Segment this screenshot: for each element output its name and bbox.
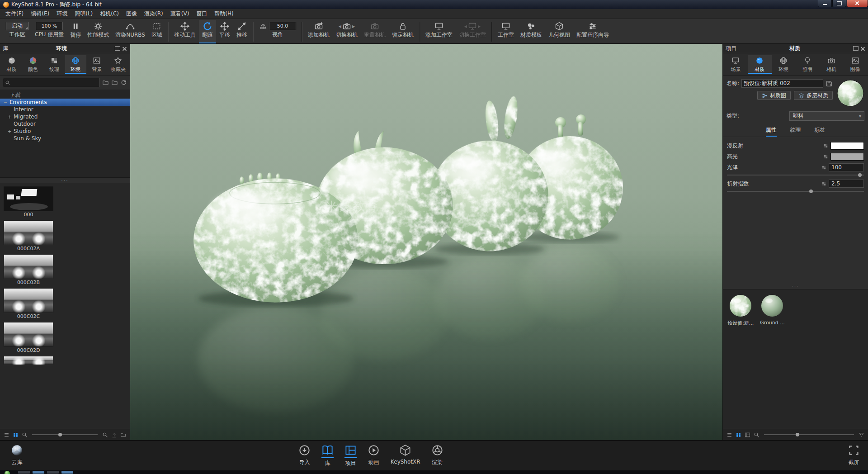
tab-textures[interactable]: 纹理 xyxy=(43,55,65,74)
panel-splitter[interactable]: ··· xyxy=(723,284,868,289)
tree-item-downloads[interactable]: 下载 xyxy=(0,91,130,99)
tab-scene[interactable]: 场景 xyxy=(724,55,748,74)
tab-labels[interactable]: 标签 xyxy=(815,126,826,137)
env-thumb-000C02B[interactable]: 000C02B xyxy=(4,254,53,286)
tab-properties[interactable]: 属性 xyxy=(766,126,777,137)
gloss-slider[interactable] xyxy=(727,173,864,177)
start-button[interactable]: 启动 xyxy=(6,22,28,30)
dock-library[interactable]: 库 xyxy=(321,444,334,467)
tree-item-outdoor[interactable]: Outdoor xyxy=(0,120,130,128)
slider-handle[interactable] xyxy=(58,433,62,436)
dock-import[interactable]: 导入 xyxy=(298,444,311,467)
title-bar[interactable]: KeyShot 8.1 Pro - 陶瓷.bip - 64 bit xyxy=(0,0,868,9)
env-thumb-000C02C[interactable]: 000C02C xyxy=(4,288,53,320)
folder-icon[interactable] xyxy=(111,79,118,86)
pan-button[interactable]: 平移 xyxy=(216,20,233,43)
pause-button[interactable]: 暂停 xyxy=(67,20,84,43)
env-thumb-000C02A[interactable]: 000C02A xyxy=(4,220,53,252)
list-view-icon[interactable] xyxy=(4,432,9,438)
scene-material-item[interactable]: 预设值:新... xyxy=(727,294,754,327)
taskbar-button[interactable] xyxy=(61,471,73,474)
gloss-value[interactable]: 100 xyxy=(829,163,864,171)
menu-environment[interactable]: 环境 xyxy=(53,9,71,19)
add-camera-button[interactable]: 添加相机 xyxy=(305,20,333,43)
zoom-icon[interactable] xyxy=(754,432,760,438)
dock-keyshotxr[interactable]: KeyShotXR xyxy=(391,444,420,467)
refraction-index-value[interactable]: 2.5 xyxy=(829,180,864,188)
dolly-button[interactable]: 推移 xyxy=(233,20,250,43)
dock-project[interactable]: 项目 xyxy=(344,444,357,467)
close-button[interactable] xyxy=(847,0,868,7)
slider-handle[interactable] xyxy=(809,190,813,193)
import-folder-icon[interactable] xyxy=(102,79,109,86)
tree-item-studio[interactable]: + Studio xyxy=(0,128,130,135)
texture-map-icon[interactable] xyxy=(821,181,826,186)
specular-color-swatch[interactable] xyxy=(830,153,864,161)
texture-map-icon[interactable] xyxy=(823,143,828,148)
panel-splitter[interactable]: ··· xyxy=(0,178,130,183)
taskbar-button[interactable] xyxy=(33,471,44,474)
tab-image[interactable]: 图像 xyxy=(843,55,867,74)
performance-mode-button[interactable]: 性能模式 xyxy=(84,20,112,43)
texture-map-icon[interactable] xyxy=(823,154,828,159)
region-button[interactable]: 区域 xyxy=(148,20,165,43)
search-input[interactable] xyxy=(12,79,98,86)
library-panel-header[interactable]: 库 环境 xyxy=(0,44,130,53)
env-thumb-000[interactable]: 000 xyxy=(4,186,53,218)
small-grid-view-icon[interactable] xyxy=(745,432,750,438)
texture-map-icon[interactable] xyxy=(821,165,826,170)
tab-lighting[interactable]: 照明 xyxy=(795,55,819,74)
thumbnail-size-slider[interactable] xyxy=(32,434,98,435)
search-box[interactable] xyxy=(3,78,100,87)
menu-lighting[interactable]: 照明(L) xyxy=(71,9,96,19)
zoom-out-icon[interactable] xyxy=(22,432,28,438)
material-type-dropdown[interactable]: 塑料 ▾ xyxy=(789,111,864,121)
tree-item-sun-sky[interactable]: Sun & Sky xyxy=(0,135,130,142)
tab-environment[interactable]: 环境 xyxy=(772,55,796,74)
switch-studio-button[interactable]: ◀ ▶ 切换工作室 xyxy=(456,20,489,43)
refresh-icon[interactable] xyxy=(120,79,127,86)
tab-camera[interactable]: 相机 xyxy=(819,55,843,74)
grid-view-icon[interactable] xyxy=(736,432,741,438)
windows-taskbar[interactable] xyxy=(0,470,868,474)
tab-colors[interactable]: 颜色 xyxy=(22,55,43,74)
zoom-in-icon[interactable] xyxy=(102,432,108,438)
expand-icon[interactable]: + xyxy=(8,129,14,134)
save-material-icon[interactable] xyxy=(826,80,833,87)
add-studio-button[interactable]: 添加工作室 xyxy=(422,20,456,43)
material-graph-button[interactable]: 材质图 xyxy=(757,91,791,100)
upload-icon[interactable] xyxy=(111,432,117,438)
material-name-input[interactable] xyxy=(741,79,823,88)
project-panel-header[interactable]: 项目 材质 xyxy=(723,44,868,53)
slider-handle[interactable] xyxy=(858,173,862,177)
reset-camera-button[interactable]: 重置相机 xyxy=(361,20,389,43)
close-panel-icon[interactable] xyxy=(860,46,865,51)
dock-screenshot[interactable]: 截屏 xyxy=(848,444,860,466)
filter-icon[interactable] xyxy=(859,432,864,438)
taskbar-button[interactable] xyxy=(47,471,59,474)
switch-camera-button[interactable]: ◀ ▶ 切换相机 xyxy=(333,20,361,43)
list-view-icon[interactable] xyxy=(726,432,732,438)
material-template-button[interactable]: 材质模板 xyxy=(517,20,545,43)
grid-view-icon[interactable] xyxy=(13,432,19,438)
env-thumb-partial[interactable] xyxy=(4,356,53,365)
slider-handle[interactable] xyxy=(796,433,799,436)
tree-item-environments[interactable]: − Environments xyxy=(0,99,130,106)
tumble-button[interactable]: 翻滚 xyxy=(199,20,216,43)
maximize-button[interactable] xyxy=(832,0,846,7)
menu-camera[interactable]: 相机(C) xyxy=(96,9,123,19)
menu-render[interactable]: 渲染(R) xyxy=(141,9,167,19)
menu-help[interactable]: 帮助(H) xyxy=(211,9,237,19)
dock-animation[interactable]: 动画 xyxy=(368,444,380,467)
material-preview[interactable] xyxy=(836,79,864,107)
tab-material[interactable]: 材质 xyxy=(748,55,772,74)
viewport-3d[interactable]: 米象教育 xyxy=(130,44,722,440)
taskbar-button[interactable] xyxy=(18,471,30,474)
tab-textures[interactable]: 纹理 xyxy=(790,126,801,137)
refraction-slider[interactable] xyxy=(727,189,864,193)
studio-panel-button[interactable]: 工作室 xyxy=(495,20,517,43)
float-panel-icon[interactable] xyxy=(853,46,859,51)
fov-value[interactable]: 50.0 xyxy=(269,22,296,30)
prev-arrow-icon[interactable]: ◀ xyxy=(339,24,341,28)
tab-backplates[interactable]: 背景 xyxy=(86,55,108,74)
